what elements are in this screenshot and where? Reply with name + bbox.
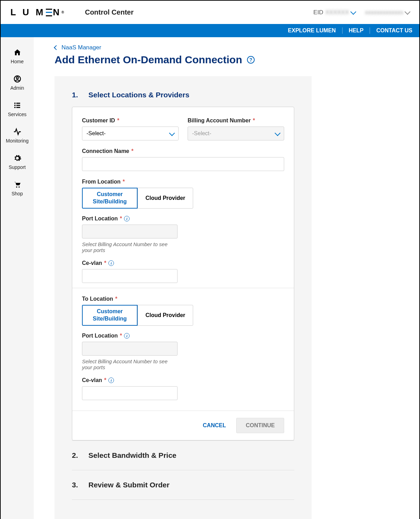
svg-point-9	[18, 186, 20, 188]
to-cevlan-label: Ce-vlan* i	[82, 377, 284, 383]
step-2-header[interactable]: 2. Select Bandwidth & Price	[72, 440, 294, 470]
sidebar-item-home[interactable]: Home	[1, 44, 34, 71]
to-cloud-provider-button[interactable]: Cloud Provider	[138, 305, 193, 326]
utility-bar: EXPLORE LUMEN HELP CONTACT US	[1, 24, 419, 37]
step-1-header: 1. Select Locations & Providers	[72, 91, 294, 99]
connection-name-input[interactable]	[82, 157, 284, 171]
svg-point-6	[14, 107, 16, 108]
from-cevlan-label: Ce-vlan* i	[82, 260, 284, 266]
home-icon	[13, 48, 22, 57]
to-location-label: To Location*	[82, 296, 284, 302]
step-title: Select Bandwidth & Price	[89, 451, 176, 460]
help-icon[interactable]: ?	[247, 56, 255, 64]
cart-icon	[13, 180, 22, 189]
chevron-down-icon	[350, 9, 356, 15]
page-title: Add Ethernet On-Demand Connection ?	[55, 54, 405, 66]
billing-account-label: Billing Account Number*	[188, 117, 284, 124]
sidebar-item-label: Support	[9, 164, 26, 170]
from-customer-site-button[interactable]: Customer Site/Building	[82, 188, 138, 209]
sidebar: Home Admin Services Monitoring Support S…	[1, 37, 34, 519]
step-1-form: Customer ID* -Select- Billing Account Nu…	[72, 107, 294, 440]
eid-label: EID	[313, 9, 323, 16]
info-icon[interactable]: i	[124, 333, 130, 339]
step-title: Select Locations & Providers	[89, 91, 190, 99]
svg-point-1	[16, 77, 18, 79]
customer-id-label: Customer ID*	[82, 117, 179, 124]
svg-rect-3	[16, 103, 20, 104]
chevron-down-icon	[169, 130, 175, 136]
main-content: NaaS Manager Add Ethernet On-Demand Conn…	[34, 37, 419, 519]
svg-rect-7	[16, 107, 20, 108]
breadcrumb-parent: NaaS Manager	[61, 44, 101, 51]
sidebar-item-services[interactable]: Services	[1, 97, 34, 123]
explore-lumen-link[interactable]: EXPLORE LUMEN	[282, 27, 343, 34]
account-value: xxxxxxxxxxxxx	[365, 9, 404, 16]
sidebar-item-label: Services	[8, 112, 27, 117]
step-number: 3.	[72, 481, 78, 489]
sidebar-item-admin[interactable]: Admin	[1, 71, 34, 97]
list-icon	[13, 101, 22, 110]
step-title: Review & Submit Order	[89, 481, 170, 489]
sidebar-item-support[interactable]: Support	[1, 150, 34, 176]
sidebar-item-label: Monitoring	[6, 138, 28, 144]
to-location-toggle: Customer Site/Building Cloud Provider	[82, 305, 284, 326]
from-location-toggle: Customer Site/Building Cloud Provider	[82, 188, 284, 209]
svg-point-4	[14, 105, 16, 106]
form-footer: CANCEL CONTINUE	[72, 411, 294, 440]
billing-account-select[interactable]: -Select-	[188, 127, 284, 140]
brand-logo: L U MN®	[10, 7, 64, 18]
help-link[interactable]: HELP	[343, 27, 370, 34]
sidebar-item-label: Admin	[10, 85, 24, 91]
info-icon[interactable]: i	[108, 378, 114, 383]
cancel-button[interactable]: CANCEL	[203, 422, 226, 429]
info-icon[interactable]: i	[108, 260, 114, 266]
topbar: L U MN® Control Center EID XXXXXX xxxxxx…	[1, 1, 419, 24]
from-location-label: From Location*	[82, 179, 284, 185]
to-customer-site-button[interactable]: Customer Site/Building	[82, 305, 138, 326]
to-port-hint: Select Billing Account Number to see you…	[82, 358, 172, 370]
to-port-location-select[interactable]	[82, 342, 178, 356]
app-title: Control Center	[85, 8, 133, 16]
activity-icon	[13, 128, 22, 136]
from-port-location-label: Port Location* i	[82, 216, 284, 222]
sidebar-item-label: Shop	[11, 191, 23, 196]
to-cevlan-input[interactable]	[82, 386, 178, 400]
svg-point-2	[14, 103, 16, 104]
wizard-panel: 1. Select Locations & Providers Customer…	[55, 76, 312, 519]
to-port-location-label: Port Location* i	[82, 333, 284, 339]
breadcrumb[interactable]: NaaS Manager	[55, 44, 405, 51]
eid-selector[interactable]: EID XXXXXX	[313, 9, 355, 16]
eid-value: XXXXXX	[325, 9, 349, 16]
account-selector[interactable]: xxxxxxxxxxxxx	[365, 9, 410, 16]
connection-name-label: Connection Name*	[82, 148, 284, 154]
sidebar-item-shop[interactable]: Shop	[1, 176, 34, 203]
continue-button[interactable]: CONTINUE	[236, 418, 284, 433]
chevron-down-icon	[405, 9, 411, 15]
from-port-hint: Select Billing Account Number to see you…	[82, 241, 172, 253]
sidebar-item-monitoring[interactable]: Monitoring	[1, 123, 34, 150]
customer-id-select[interactable]: -Select-	[82, 127, 179, 140]
chevron-left-icon	[54, 45, 59, 50]
gear-icon	[13, 154, 22, 162]
from-port-location-select[interactable]	[82, 225, 178, 238]
info-icon[interactable]: i	[124, 216, 130, 221]
sidebar-item-label: Home	[11, 59, 24, 64]
svg-point-8	[16, 186, 17, 188]
contact-us-link[interactable]: CONTACT US	[370, 27, 412, 34]
user-icon	[13, 75, 22, 83]
step-number: 1.	[72, 91, 78, 99]
step-number: 2.	[72, 451, 78, 460]
chevron-down-icon	[275, 130, 281, 136]
svg-rect-5	[16, 105, 20, 106]
from-cloud-provider-button[interactable]: Cloud Provider	[138, 188, 193, 209]
step-3-header[interactable]: 3. Review & Submit Order	[72, 470, 294, 500]
from-cevlan-input[interactable]	[82, 269, 178, 283]
